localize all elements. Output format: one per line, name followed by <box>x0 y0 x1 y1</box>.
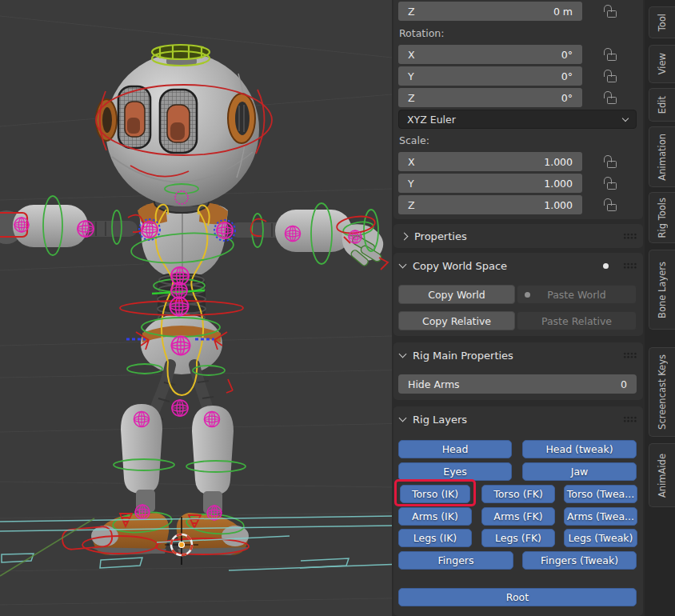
unlock-icon[interactable] <box>603 91 617 104</box>
tab-animaide[interactable]: AnimAide <box>649 443 675 507</box>
unlock-icon[interactable] <box>603 155 617 168</box>
field-label: Y <box>408 178 414 190</box>
copy-relative-button[interactable]: Copy Relative <box>398 311 515 330</box>
field-value: 0° <box>561 70 573 82</box>
field-label: Y <box>408 70 414 82</box>
chevron-down-icon <box>399 260 407 268</box>
rig-layer-torso-fk-button[interactable]: Torso (FK) <box>481 485 555 503</box>
panel-title: Rig Main Properties <box>413 350 513 362</box>
scale-z-field[interactable]: Z 1.000 <box>398 195 582 214</box>
tab-bone-layers[interactable]: Bone Layers <box>649 250 675 330</box>
field-value: 1.000 <box>544 156 573 168</box>
rig-layer-torso-ik-button[interactable]: Torso (IK) <box>400 485 470 503</box>
properties-panel-header[interactable]: Properties <box>400 226 637 246</box>
field-value: 1.000 <box>544 199 573 211</box>
grip-dots-icon[interactable] <box>623 262 637 269</box>
rig-layer-eyes-button[interactable]: Eyes <box>398 462 512 481</box>
field-label: X <box>408 156 415 168</box>
tab-animation[interactable]: Animation <box>649 126 675 187</box>
field-value: 0° <box>561 92 573 104</box>
unlock-icon[interactable] <box>603 198 617 211</box>
rig-layer-fingers-tweak-button[interactable]: Fingers (Tweak) <box>522 551 637 570</box>
tab-view[interactable]: View <box>649 45 675 83</box>
button-label: Paste World <box>547 289 606 301</box>
n-panel-sidebar: Z 0 m Rotation: X 0° Y 0° Z 0° XYZ Euler… <box>392 0 645 616</box>
chevron-down-icon <box>399 350 407 358</box>
unlock-icon[interactable] <box>603 48 617 61</box>
decorator-dot-icon <box>603 263 609 269</box>
tab-rig-tools[interactable]: Rig Tools <box>649 192 675 243</box>
copy-world-button[interactable]: Copy World <box>398 285 515 304</box>
chevron-down-icon <box>622 115 629 122</box>
panel-title: Rig Layers <box>413 414 467 426</box>
paste-relative-button[interactable]: Paste Relative <box>517 311 637 330</box>
location-z-field[interactable]: Z 0 m <box>398 2 582 21</box>
tab-screencast-keys[interactable]: Screencast Keys <box>649 347 675 437</box>
rig-layer-torso-tweak-button[interactable]: Torso (Twea... <box>564 485 637 503</box>
sidebar-tab-strip: Tool View Edit Animation Rig Tools Bone … <box>645 0 675 616</box>
unlock-icon[interactable] <box>603 5 617 18</box>
chevron-right-icon <box>401 232 409 240</box>
field-value: 0 m <box>553 6 573 18</box>
rig-layers-panel-header[interactable]: Rig Layers <box>400 410 637 429</box>
rotation-z-field[interactable]: Z 0° <box>398 88 582 107</box>
rig-layer-arms-fk-button[interactable]: Arms (FK) <box>481 507 555 526</box>
rig-layer-arms-tweak-button[interactable]: Arms (Twea... <box>564 507 637 526</box>
blender-window: Z 0 m Rotation: X 0° Y 0° Z 0° XYZ Euler… <box>0 0 675 616</box>
rotation-mode-dropdown[interactable]: XYZ Euler <box>398 110 637 129</box>
slider-label: Hide Arms <box>408 378 460 390</box>
field-label: Z <box>408 199 415 211</box>
tab-tool[interactable]: Tool <box>649 6 675 38</box>
scale-y-field[interactable]: Y 1.000 <box>398 174 582 193</box>
panel-title: Properties <box>414 230 467 242</box>
hide-arms-slider[interactable]: Hide Arms 0 <box>398 374 637 394</box>
grip-dots-icon[interactable] <box>623 416 637 422</box>
rotation-y-field[interactable]: Y 0° <box>398 66 582 86</box>
slider-value: 0 <box>621 378 627 390</box>
rig-layer-arms-ik-button[interactable]: Arms (IK) <box>398 507 472 526</box>
grip-dots-icon[interactable] <box>623 352 637 358</box>
rotation-x-field[interactable]: X 0° <box>398 45 582 64</box>
panel-title: Copy World Space <box>413 260 507 272</box>
rotation-section-label: Rotation: <box>399 27 445 39</box>
field-label: Z <box>408 92 415 104</box>
field-label: X <box>408 49 415 61</box>
dropdown-value: XYZ Euler <box>407 114 456 126</box>
unlock-icon[interactable] <box>603 177 617 190</box>
rig-layer-jaw-button[interactable]: Jaw <box>522 462 637 481</box>
chevron-down-icon <box>399 414 407 422</box>
rig-layer-head-button[interactable]: Head <box>398 440 512 458</box>
field-value: 0° <box>561 49 573 61</box>
rig-layer-legs-fk-button[interactable]: Legs (FK) <box>481 529 555 547</box>
rig-layer-head-tweak-button[interactable]: Head (tweak) <box>522 440 637 458</box>
scale-section-label: Scale: <box>399 134 429 146</box>
rig-layer-fingers-button[interactable]: Fingers <box>398 551 513 570</box>
field-value: 1.000 <box>544 178 573 190</box>
tab-edit[interactable]: Edit <box>649 88 675 122</box>
rig-layer-root-button[interactable]: Root <box>398 588 637 606</box>
rig-main-properties-panel-header[interactable]: Rig Main Properties <box>400 346 637 365</box>
decorator-dot-icon <box>525 292 530 298</box>
paste-world-button[interactable]: Paste World <box>517 285 637 304</box>
scale-x-field[interactable]: X 1.000 <box>398 152 582 171</box>
rig-layer-legs-tweak-button[interactable]: Legs (Tweak) <box>564 529 637 547</box>
grip-dots-icon[interactable] <box>623 233 637 239</box>
field-label: Z <box>408 6 415 18</box>
copy-world-space-panel-header[interactable]: Copy World Space <box>400 256 637 275</box>
unlock-icon[interactable] <box>603 70 617 82</box>
rig-layer-legs-ik-button[interactable]: Legs (IK) <box>398 529 472 547</box>
